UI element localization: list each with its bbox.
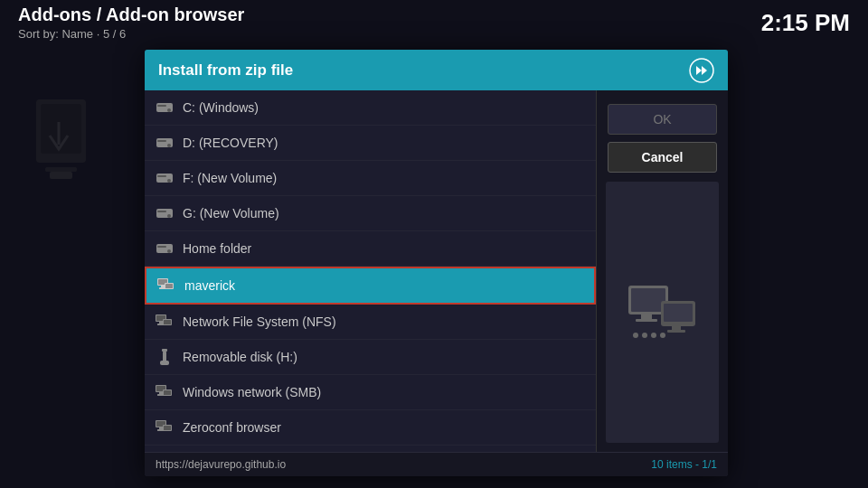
svg-rect-2 (45, 167, 77, 172)
drive-icon (156, 134, 174, 152)
dialog-body: C: (Windows) D: (RECOVERY) F: (New Volum… (145, 90, 728, 452)
right-panel: OK Cancel (597, 90, 728, 452)
drive-icon (156, 169, 174, 187)
clock: 2:15 PM (761, 9, 850, 37)
item-label: Zeroconf browser (183, 420, 281, 435)
drive-icon (156, 204, 174, 222)
svg-point-58 (660, 333, 665, 338)
svg-point-57 (651, 333, 656, 338)
svg-rect-49 (641, 314, 652, 319)
svg-point-15 (167, 214, 171, 218)
item-label: D: (RECOVERY) (183, 136, 278, 150)
svg-point-55 (633, 333, 638, 338)
file-list: C: (Windows) D: (RECOVERY) F: (New Volum… (145, 90, 597, 452)
list-item[interactable]: D: (RECOVERY) (145, 126, 596, 161)
drive-icon (156, 239, 174, 258)
background-icon (27, 90, 118, 202)
cancel-button[interactable]: Cancel (608, 142, 717, 173)
list-item[interactable]: G: (New Volume) (145, 196, 596, 231)
svg-rect-48 (631, 288, 665, 312)
svg-rect-40 (164, 390, 171, 395)
network-icon (156, 383, 174, 401)
svg-rect-54 (667, 330, 685, 333)
item-label: G: (New Volume) (183, 206, 279, 221)
network-share-icon (157, 277, 175, 295)
item-label: Removable disk (H:) (183, 350, 297, 364)
list-item[interactable]: Network File System (NFS) (145, 305, 596, 340)
install-dialog: Install from zip file C: (Windows) (145, 50, 728, 476)
svg-point-12 (167, 179, 171, 183)
svg-rect-7 (157, 105, 166, 107)
svg-rect-50 (636, 319, 657, 322)
top-bar-left: Add-ons / Add-on browser Sort by: Name ·… (18, 5, 244, 41)
ok-button[interactable]: OK (608, 104, 717, 135)
usb-icon (156, 348, 174, 366)
item-label: F: (New Volume) (183, 171, 277, 185)
item-label: maverick (184, 278, 235, 293)
item-label: Home folder (183, 241, 251, 256)
list-item[interactable]: C: (Windows) (145, 90, 596, 126)
network-icon (156, 418, 174, 436)
list-item[interactable]: Windows network (SMB) (145, 375, 596, 410)
drive-icon (156, 99, 174, 117)
svg-rect-46 (164, 426, 171, 430)
svg-rect-52 (664, 304, 693, 322)
svg-rect-16 (157, 211, 166, 212)
list-item[interactable]: F: (New Volume) (145, 161, 596, 196)
top-bar: Add-ons / Add-on browser Sort by: Name ·… (0, 0, 868, 45)
svg-point-9 (167, 144, 171, 147)
svg-point-18 (167, 249, 171, 253)
svg-rect-28 (159, 322, 163, 324)
svg-rect-32 (162, 349, 167, 352)
svg-rect-43 (159, 427, 163, 429)
svg-rect-13 (157, 175, 166, 177)
sort-info: Sort by: Name · 5 / 6 (18, 27, 244, 41)
item-label: Windows network (SMB) (183, 385, 321, 399)
preview-area (606, 182, 719, 443)
svg-point-6 (167, 108, 171, 112)
list-item[interactable]: Zeroconf browser (145, 410, 596, 446)
svg-rect-19 (157, 246, 166, 248)
svg-rect-10 (157, 140, 166, 142)
svg-rect-37 (159, 392, 163, 394)
dialog-title: Install from zip file (158, 61, 293, 80)
footer-count: 10 items - 1/1 (651, 458, 717, 471)
list-item-maverick[interactable]: maverick (145, 267, 596, 305)
item-label: C: (Windows) (183, 100, 259, 115)
dialog-footer: https://dejavurepo.github.io 10 items - … (145, 452, 728, 476)
preview-network-icon (627, 281, 699, 344)
svg-rect-25 (165, 284, 173, 288)
svg-rect-34 (160, 361, 169, 365)
dialog-header: Install from zip file (145, 50, 728, 90)
page-title: Add-ons / Add-on browser (18, 5, 244, 25)
list-item[interactable]: Removable disk (H:) (145, 340, 596, 375)
svg-rect-31 (164, 320, 171, 324)
kodi-logo (689, 58, 714, 83)
svg-rect-3 (50, 172, 72, 179)
list-item[interactable]: Home folder (145, 231, 596, 267)
svg-rect-22 (161, 286, 165, 287)
network-icon (156, 313, 174, 331)
svg-rect-53 (672, 326, 681, 330)
item-label: Network File System (NFS) (183, 314, 336, 329)
footer-url: https://dejavurepo.github.io (156, 458, 286, 471)
svg-point-56 (642, 333, 647, 338)
